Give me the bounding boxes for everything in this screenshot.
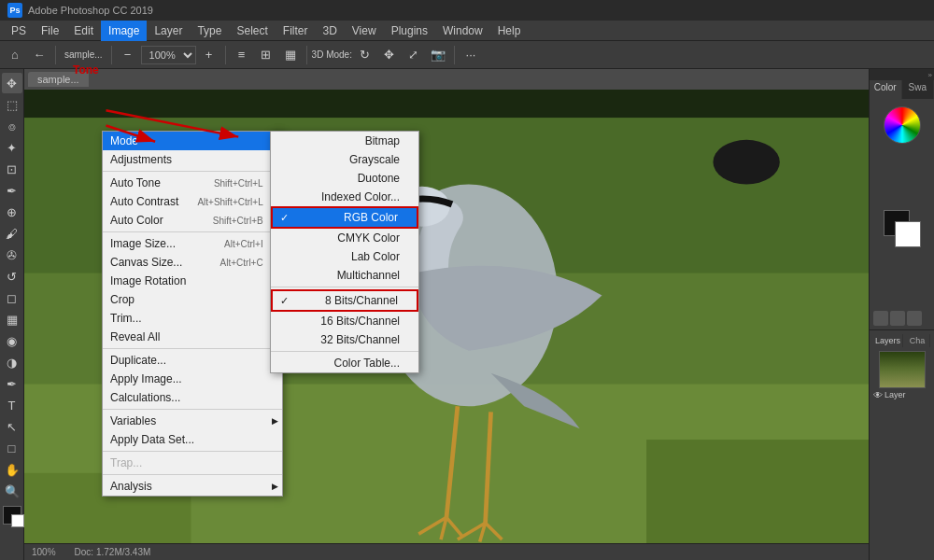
history-brush-tool[interactable]: ↺ [2, 266, 22, 287]
3d-camera-button[interactable]: 📷 [427, 44, 449, 66]
toolbar-separator-5 [454, 46, 455, 64]
eraser-tool[interactable]: ◻ [2, 287, 22, 308]
align-center-button[interactable]: ⊞ [255, 44, 277, 66]
blur-tool[interactable]: ◉ [2, 330, 22, 351]
right-panel: » Color Swa Layers [869, 69, 934, 560]
grayscale-check [278, 154, 291, 165]
grayscale-menu-item[interactable]: Grayscale [271, 150, 418, 169]
duplicate-menu-item[interactable]: Duplicate... [103, 351, 282, 370]
trim-menu-item[interactable]: Trim... [103, 309, 282, 328]
mode-menu-item[interactable]: Mode [103, 132, 282, 150]
menu-type[interactable]: Type [190, 21, 229, 41]
multichannel-menu-item[interactable]: Multichannel [271, 266, 418, 285]
menu-edit[interactable]: Edit [66, 21, 101, 41]
8-bits-menu-item[interactable]: ✓ 8 Bits/Channel [271, 289, 418, 312]
32-bits-menu-item[interactable]: 32 Bits/Channel [271, 330, 418, 349]
crop-menu-item[interactable]: Crop [103, 290, 282, 309]
menu-plugins[interactable]: Plugins [384, 21, 435, 41]
3d-rotate-button[interactable]: ↻ [354, 44, 376, 66]
layers-tab[interactable]: Layers [873, 334, 903, 347]
menu-window[interactable]: Window [435, 21, 490, 41]
back-button[interactable]: ← [28, 44, 50, 66]
more-button[interactable]: ··· [460, 44, 482, 66]
background-swatch[interactable] [895, 221, 921, 247]
brush-tool[interactable]: 🖌 [2, 223, 22, 244]
color-table-menu-item[interactable]: Color Table... [271, 354, 418, 372]
bitmap-menu-item[interactable]: Bitmap [271, 132, 418, 150]
gradient-tool[interactable]: ▦ [2, 309, 22, 329]
crop-label: Crop [110, 293, 134, 306]
lab-color-menu-item[interactable]: Lab Color [271, 247, 418, 266]
apply-data-label: Apply Data Set... [110, 433, 194, 446]
document-tab[interactable]: sample... [61, 49, 106, 60]
foreground-color[interactable] [3, 506, 21, 525]
menu-layer[interactable]: Layer [147, 21, 190, 41]
align-left-button[interactable]: ≡ [231, 44, 253, 66]
16-bits-menu-item[interactable]: 16 Bits/Channel [271, 312, 418, 330]
analysis-menu-item[interactable]: Analysis [103, 477, 282, 496]
menu-file[interactable]: File [34, 21, 66, 41]
zoom-out-button[interactable]: − [117, 44, 139, 66]
cmyk-color-menu-item[interactable]: CMYK Color [271, 229, 418, 247]
path-selection-tool[interactable]: ↖ [2, 416, 22, 437]
dodge-tool[interactable]: ◑ [2, 352, 22, 372]
menu-ps[interactable]: PS [4, 21, 34, 41]
hand-tool[interactable]: ✋ [2, 459, 22, 480]
menu-image[interactable]: Image [101, 21, 147, 41]
align-right-button[interactable]: ▦ [279, 44, 302, 66]
calculations-menu-item[interactable]: Calculations... [103, 388, 282, 407]
lasso-tool[interactable]: ⌾ [2, 116, 22, 136]
auto-color-menu-item[interactable]: Auto Color Shift+Ctrl+B [103, 211, 282, 230]
move-tool[interactable]: ✥ [2, 73, 22, 93]
swatches-tab[interactable]: Swa [902, 80, 935, 99]
3d-pan-button[interactable]: ✥ [378, 44, 401, 66]
auto-tone-menu-item[interactable]: Auto Tone Shift+Ctrl+L [103, 174, 282, 192]
libraries-icon[interactable] [873, 311, 888, 326]
rgb-color-menu-item[interactable]: ✓ RGB Color [271, 206, 418, 229]
adjustments-icon[interactable] [890, 311, 905, 326]
menu-select[interactable]: Select [229, 21, 275, 41]
marquee-tool[interactable]: ⬚ [2, 94, 22, 115]
pen-tool[interactable]: ✒ [2, 373, 22, 394]
text-tool[interactable]: T [2, 395, 22, 415]
channels-tab[interactable]: Cha [905, 334, 930, 347]
menu-filter[interactable]: Filter [276, 21, 316, 41]
shape-tool[interactable]: □ [2, 438, 22, 458]
status-bar: 100% Doc: 1.72M/3.43M [24, 543, 869, 560]
variables-menu-item[interactable]: Variables [103, 412, 282, 430]
canvas-tab[interactable]: sample... [28, 72, 89, 87]
main-layout: ✥ ⬚ ⌾ ✦ ⊡ ✒ ⊕ 🖌 ✇ ↺ ◻ ▦ ◉ ◑ ✒ T ↖ □ ✋ 🔍 … [0, 69, 934, 560]
menu-help[interactable]: Help [490, 21, 529, 41]
magic-wand-tool[interactable]: ✦ [2, 137, 22, 158]
home-button[interactable]: ⌂ [4, 44, 26, 66]
zoom-tool[interactable]: 🔍 [2, 481, 22, 501]
apply-image-menu-item[interactable]: Apply Image... [103, 370, 282, 388]
zoom-select[interactable]: 100%50%200% [141, 46, 196, 64]
rgb-check: ✓ [280, 212, 293, 224]
crop-tool[interactable]: ⊡ [2, 159, 22, 179]
sep-4 [103, 409, 282, 410]
indexed-color-menu-item[interactable]: Indexed Color... [271, 188, 418, 206]
menu-view[interactable]: View [345, 21, 384, 41]
image-size-menu-item[interactable]: Image Size... Alt+Ctrl+I [103, 234, 282, 253]
color-wheel[interactable] [884, 106, 921, 144]
3d-scale-button[interactable]: ⤢ [403, 44, 425, 66]
image-rotation-menu-item[interactable]: Image Rotation [103, 272, 282, 290]
canvas-size-menu-item[interactable]: Canvas Size... Alt+Ctrl+C [103, 253, 282, 272]
healing-brush-tool[interactable]: ⊕ [2, 202, 22, 222]
color-tab[interactable]: Color [870, 80, 902, 99]
adjustments-menu-item[interactable]: Adjustments [103, 150, 282, 169]
menu-3d[interactable]: 3D [315, 21, 344, 41]
auto-contrast-menu-item[interactable]: Auto Contrast Alt+Shift+Ctrl+L [103, 192, 282, 211]
layer-visibility-icon[interactable]: 👁 [873, 390, 883, 400]
panel-collapse-btn[interactable]: » [928, 71, 932, 79]
zoom-in-button[interactable]: + [198, 44, 220, 66]
eyedropper-tool[interactable]: ✒ [2, 180, 22, 201]
apply-data-menu-item[interactable]: Apply Data Set... [103, 430, 282, 449]
clone-stamp-tool[interactable]: ✇ [2, 245, 22, 265]
duotone-menu-item[interactable]: Duotone [271, 169, 418, 188]
background-color[interactable] [11, 514, 24, 527]
layer-thumbnail[interactable] [879, 351, 926, 388]
reveal-all-menu-item[interactable]: Reveal All [103, 328, 282, 346]
properties-icon[interactable] [907, 311, 922, 326]
